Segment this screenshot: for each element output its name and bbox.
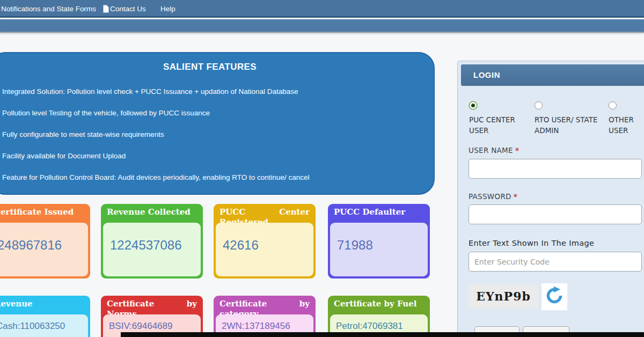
salient-feature-item: Feature for Pollution Control Board: Aud… xyxy=(2,173,418,181)
stat-card-value: 1224537086 xyxy=(110,238,201,253)
salient-features-panel: SALIENT FEATURES Integrated Solution: Po… xyxy=(0,52,435,195)
password-input[interactable] xyxy=(469,204,642,224)
top-navbar: Notifications and State Forms Contact Us… xyxy=(0,0,644,18)
secondary-navbar xyxy=(0,19,644,33)
puc-center-user-radio[interactable] xyxy=(469,101,477,109)
password-label: PASSWORD* xyxy=(469,192,517,201)
stat-card-title: Certificate Issued xyxy=(0,207,84,217)
stat-card-value: BSIV:69464689 xyxy=(109,321,201,332)
captcha-image: EYnP9b xyxy=(469,284,538,309)
pucc-portal-page: Notifications and State Forms Contact Us… xyxy=(0,0,644,337)
stat-card-certificate-by-norms: Certificate by Norms BSIV:69464689 xyxy=(101,296,203,337)
required-marker: * xyxy=(514,192,517,201)
bottom-dark-bar xyxy=(121,332,644,337)
stat-card-certificate-by-category: Certificate by category 2WN:137189456 xyxy=(214,296,316,337)
salient-feature-item: Integrated Solution: Pollution level che… xyxy=(2,87,418,96)
salient-features-title: SALIENT FEATURES xyxy=(2,62,418,72)
stat-card-pucc-defaulter: PUCC Defaulter 71988 xyxy=(328,204,430,279)
stat-card-value: 71988 xyxy=(337,238,428,253)
stat-card-title: Certificate by Fuel xyxy=(334,299,424,309)
radio-label[interactable]: OTHER USER xyxy=(609,114,644,136)
stat-card-pucc-center-registered: PUCC Center Registered 42616 xyxy=(214,204,316,279)
nav-notifications-link[interactable]: Notifications and State Forms xyxy=(1,0,96,18)
salient-feature-item: Pollution level Testing of the vehicle, … xyxy=(2,109,418,117)
stat-card-value: 2WN:137189456 xyxy=(222,321,313,332)
login-panel: LOGIN PUC CENTER USER RTO USER/ STATE AD… xyxy=(457,61,644,337)
salient-feature-item: Fully configurable to meet state-wise re… xyxy=(2,130,418,138)
salient-feature-item: Facility available for Document Upload xyxy=(2,152,418,160)
stat-card-revenue: Revenue Cash:110063250 xyxy=(0,296,90,337)
radio-option-other-user: OTHER USER xyxy=(609,101,644,136)
stat-card-value: Petrol:47069381 xyxy=(336,321,428,332)
stat-card-revenue-collected: Revenue Collected 1224537086 xyxy=(101,204,203,279)
rto-user-radio[interactable] xyxy=(535,101,543,109)
stat-card-value: 42616 xyxy=(223,238,313,253)
stat-card-title: Revenue Collected xyxy=(107,207,197,217)
login-panel-title: LOGIN xyxy=(461,64,644,86)
nav-help-link[interactable]: Help xyxy=(160,0,175,18)
stat-card-value: Cash:110063250 xyxy=(0,321,88,332)
radio-option-rto-user: RTO USER/ STATE ADMIN xyxy=(535,101,600,136)
radio-option-puc-center-user: PUC CENTER USER xyxy=(469,101,525,136)
radio-label[interactable]: RTO USER/ STATE ADMIN xyxy=(535,114,600,136)
username-label: USER NAME* xyxy=(469,146,519,155)
stat-card-body: 1224537086 xyxy=(103,223,201,276)
salient-features-list: Integrated Solution: Pollution level che… xyxy=(2,87,418,181)
stat-card-body: 248967816 xyxy=(0,223,88,276)
stat-card-certificate-issued: Certificate Issued 248967816 xyxy=(0,204,90,279)
stat-card-title: PUCC Defaulter xyxy=(334,207,424,217)
captcha-refresh-button[interactable] xyxy=(541,283,567,310)
username-input[interactable] xyxy=(469,159,642,179)
nav-contact-us-link[interactable]: Contact Us xyxy=(110,0,146,18)
stat-card-title: Revenue xyxy=(0,299,84,309)
captcha-input[interactable] xyxy=(469,252,642,272)
stat-card-body: Cash:110063250 xyxy=(0,314,88,337)
required-marker: * xyxy=(515,146,519,155)
other-user-radio[interactable] xyxy=(609,101,617,109)
captcha-instruction-label: Enter Text Shown In The Image xyxy=(469,239,594,247)
stat-card-body: 42616 xyxy=(216,223,313,276)
stat-card-certificate-by-fuel: Certificate by Fuel Petrol:47069381 xyxy=(328,296,430,337)
stat-card-value: 248967816 xyxy=(0,238,88,253)
document-icon xyxy=(103,5,109,15)
refresh-icon xyxy=(545,286,564,307)
radio-label[interactable]: PUC CENTER USER xyxy=(469,114,525,136)
stat-card-body: 71988 xyxy=(330,223,428,276)
